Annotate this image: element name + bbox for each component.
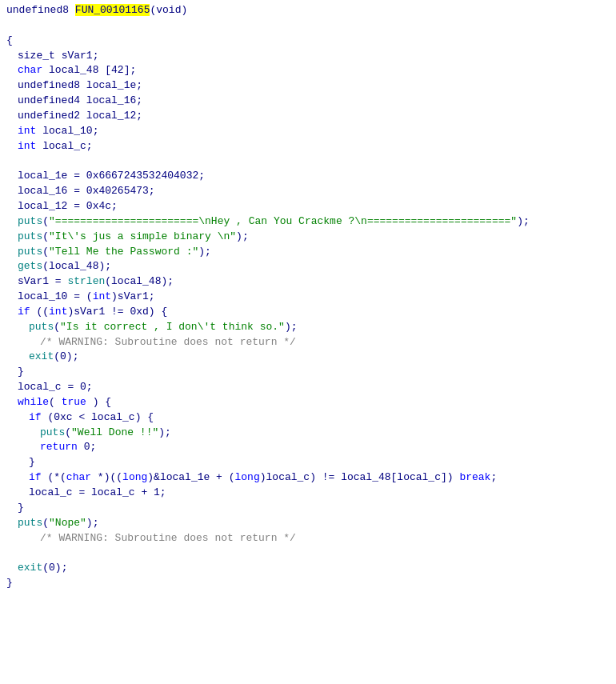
line-10: int local_c; bbox=[0, 139, 616, 154]
line-33: local_c = local_c + 1; bbox=[0, 486, 616, 501]
line-26: local_c = 0; bbox=[0, 380, 616, 395]
line-5: char local_48 [42]; bbox=[0, 63, 616, 78]
line-23: /* WARNING: Subroutine does not return *… bbox=[0, 335, 616, 350]
line-24: exit(0); bbox=[0, 350, 616, 365]
line-27: while( true ) { bbox=[0, 395, 616, 410]
line-32: if (*(char *)((long)&local_1e + (long)lo… bbox=[0, 470, 616, 486]
line-39: } bbox=[0, 576, 616, 591]
line-38: exit(0); bbox=[0, 561, 616, 576]
line-9: int local_10; bbox=[0, 124, 616, 139]
line-25: } bbox=[0, 365, 616, 380]
line-13: local_16 = 0x40265473; bbox=[0, 184, 616, 199]
line-21: if ((int)sVar1 != 0xd) { bbox=[0, 305, 616, 320]
line-22: puts("Is it correct , I don\'t think so.… bbox=[0, 320, 616, 335]
line-34: } bbox=[0, 501, 616, 516]
line-15: puts("=======================\nHey , Can… bbox=[0, 214, 616, 230]
line-30: return 0; bbox=[0, 440, 616, 455]
line-14: local_12 = 0x4c; bbox=[0, 199, 616, 214]
line-28: if (0xc < local_c) { bbox=[0, 410, 616, 426]
line-8: undefined2 local_12; bbox=[0, 109, 616, 124]
line-4: size_t sVar1; bbox=[0, 49, 616, 64]
line-19: sVar1 = strlen(local_48); bbox=[0, 274, 616, 290]
line-37 bbox=[0, 546, 616, 561]
code-viewer: undefined8 FUN_00101165(void) { size_t s… bbox=[0, 0, 616, 594]
line-2 bbox=[0, 18, 616, 34]
line-11 bbox=[0, 154, 616, 169]
line-6: undefined8 local_1e; bbox=[0, 78, 616, 94]
line-12: local_1e = 0x6667243532404032; bbox=[0, 169, 616, 184]
line-31: } bbox=[0, 455, 616, 470]
line-7: undefined4 local_16; bbox=[0, 94, 616, 109]
line-36: /* WARNING: Subroutine does not return *… bbox=[0, 531, 616, 546]
line-1: undefined8 FUN_00101165(void) bbox=[0, 3, 616, 18]
line-29: puts("Well Done !!"); bbox=[0, 426, 616, 441]
line-20: local_10 = (int)sVar1; bbox=[0, 290, 616, 305]
line-3: { bbox=[0, 34, 616, 49]
line-16: puts("It\'s jus a simple binary \n"); bbox=[0, 230, 616, 245]
line-17: puts("Tell Me the Password :"); bbox=[0, 245, 616, 260]
line-18: gets(local_48); bbox=[0, 259, 616, 274]
line-35: puts("Nope"); bbox=[0, 516, 616, 531]
